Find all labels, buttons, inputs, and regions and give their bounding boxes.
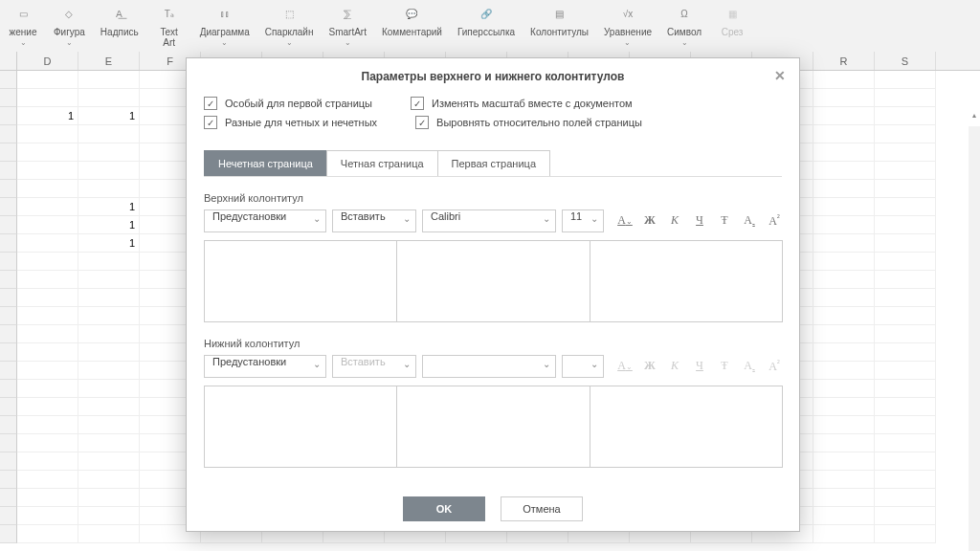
header-left[interactable] bbox=[204, 240, 397, 322]
ok-button[interactable]: OK bbox=[403, 496, 485, 521]
row-header[interactable] bbox=[0, 71, 17, 89]
strike-icon[interactable]: Ŧ bbox=[717, 213, 732, 228]
cell[interactable] bbox=[813, 434, 875, 452]
cell[interactable] bbox=[875, 253, 936, 271]
ribbon-smartart[interactable]: ⅀SmartArt⌄ bbox=[321, 2, 373, 57]
row-header[interactable] bbox=[0, 180, 17, 198]
cell[interactable] bbox=[813, 289, 875, 307]
cell[interactable] bbox=[875, 416, 936, 434]
footer-left[interactable] bbox=[204, 386, 397, 468]
superscript-icon[interactable]: A² bbox=[767, 213, 782, 229]
cell[interactable] bbox=[875, 143, 936, 162]
row-header[interactable] bbox=[0, 452, 17, 471]
cell[interactable] bbox=[875, 471, 936, 489]
vertical-scrollbar[interactable] bbox=[969, 126, 980, 551]
cell[interactable] bbox=[17, 89, 78, 107]
cell[interactable] bbox=[875, 325, 936, 343]
row-header[interactable] bbox=[0, 162, 17, 180]
cell[interactable] bbox=[78, 434, 140, 452]
scroll-up-arrow[interactable]: ▴ bbox=[969, 111, 980, 122]
cell[interactable] bbox=[813, 107, 875, 125]
col-header[interactable]: R bbox=[813, 52, 875, 70]
cell[interactable] bbox=[78, 362, 140, 380]
cell[interactable] bbox=[78, 343, 140, 362]
cell[interactable] bbox=[875, 289, 936, 307]
cell[interactable] bbox=[813, 271, 875, 289]
cell[interactable] bbox=[78, 162, 140, 180]
cell[interactable]: 1 bbox=[17, 107, 78, 125]
cell[interactable] bbox=[875, 234, 936, 253]
check-scale[interactable]: ✓Изменять масштаб вместе с документом bbox=[411, 97, 633, 110]
cell[interactable] bbox=[875, 271, 936, 289]
cell[interactable] bbox=[875, 362, 936, 380]
cell[interactable] bbox=[17, 180, 78, 198]
cell[interactable] bbox=[17, 525, 78, 543]
cell[interactable] bbox=[875, 380, 936, 398]
cell[interactable] bbox=[78, 307, 140, 325]
cell[interactable] bbox=[875, 180, 936, 198]
presets-dropdown[interactable]: Предустановки bbox=[204, 355, 326, 378]
cell[interactable] bbox=[78, 525, 140, 543]
ribbon-комментарий[interactable]: 💬Комментарий bbox=[374, 2, 450, 57]
cell[interactable] bbox=[875, 452, 936, 471]
cell[interactable] bbox=[17, 162, 78, 180]
cell[interactable] bbox=[813, 343, 875, 362]
cell[interactable] bbox=[17, 507, 78, 525]
cell[interactable] bbox=[813, 380, 875, 398]
cell[interactable] bbox=[17, 398, 78, 416]
cell[interactable] bbox=[78, 253, 140, 271]
ribbon-text-art[interactable]: TₐText Art⌄ bbox=[146, 2, 192, 57]
cell[interactable] bbox=[78, 180, 140, 198]
cell[interactable] bbox=[875, 507, 936, 525]
cell[interactable]: 1 bbox=[78, 107, 140, 125]
ribbon-надпись[interactable]: A͟Надпись bbox=[93, 2, 146, 57]
cell[interactable] bbox=[78, 271, 140, 289]
tab-odd[interactable]: Нечетная страница bbox=[204, 150, 327, 176]
cell[interactable] bbox=[875, 162, 936, 180]
row-header[interactable] bbox=[0, 198, 17, 216]
cell[interactable] bbox=[813, 307, 875, 325]
font-dropdown[interactable]: Calibri bbox=[422, 209, 556, 232]
cell[interactable] bbox=[17, 198, 78, 216]
footer-right[interactable] bbox=[590, 386, 783, 468]
row-header[interactable] bbox=[0, 216, 17, 234]
ribbon-фигура[interactable]: ◇Фигура⌄ bbox=[46, 2, 93, 57]
row-header[interactable] bbox=[0, 398, 17, 416]
header-right[interactable] bbox=[590, 240, 783, 322]
cell[interactable] bbox=[17, 125, 78, 143]
cell[interactable] bbox=[875, 434, 936, 452]
row-header[interactable] bbox=[0, 471, 17, 489]
row-header[interactable] bbox=[0, 343, 17, 362]
ribbon-символ[interactable]: ΩСимвол⌄ bbox=[659, 2, 709, 57]
row-header[interactable] bbox=[0, 434, 17, 452]
check-align[interactable]: ✓Выровнять относительно полей страницы bbox=[415, 116, 642, 129]
footer-center[interactable] bbox=[396, 386, 590, 468]
row-header[interactable] bbox=[0, 325, 17, 343]
cell[interactable] bbox=[875, 71, 936, 89]
cell[interactable] bbox=[813, 253, 875, 271]
cell[interactable] bbox=[813, 162, 875, 180]
cell[interactable] bbox=[813, 416, 875, 434]
bold-icon[interactable]: Ж bbox=[642, 213, 657, 228]
header-center[interactable] bbox=[396, 240, 590, 322]
row-header[interactable] bbox=[0, 362, 17, 380]
row-header[interactable] bbox=[0, 507, 17, 525]
cell[interactable] bbox=[875, 107, 936, 125]
cell[interactable] bbox=[17, 362, 78, 380]
cell[interactable] bbox=[78, 325, 140, 343]
presets-dropdown[interactable]: Предустановки bbox=[204, 209, 326, 232]
col-header[interactable]: E bbox=[78, 52, 140, 70]
cell[interactable] bbox=[78, 416, 140, 434]
cell[interactable] bbox=[813, 180, 875, 198]
cell[interactable] bbox=[813, 525, 875, 543]
cell[interactable] bbox=[813, 216, 875, 234]
cell[interactable]: 1 bbox=[78, 234, 140, 253]
cell[interactable] bbox=[78, 380, 140, 398]
cell[interactable] bbox=[17, 216, 78, 234]
row-header[interactable] bbox=[0, 525, 17, 543]
cell[interactable] bbox=[17, 253, 78, 271]
cell[interactable] bbox=[17, 452, 78, 471]
cell[interactable] bbox=[17, 325, 78, 343]
cell[interactable] bbox=[17, 416, 78, 434]
cell[interactable] bbox=[17, 271, 78, 289]
